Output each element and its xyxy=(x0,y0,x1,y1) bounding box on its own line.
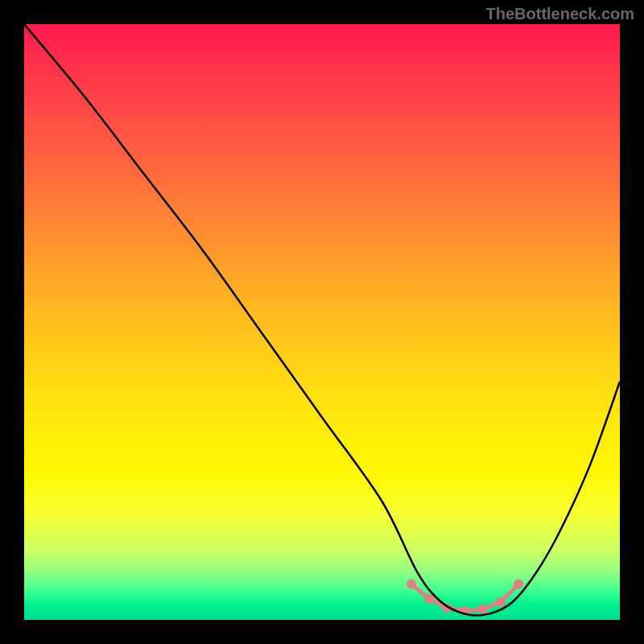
optimal-marker xyxy=(407,580,416,589)
optimal-marker xyxy=(514,580,523,589)
optimal-markers xyxy=(407,580,523,616)
optimal-marker xyxy=(478,605,488,614)
bottleneck-curve xyxy=(24,24,620,615)
chart-plot-area xyxy=(24,24,620,620)
optimal-marker xyxy=(424,594,434,604)
watermark-label: TheBottleneck.com xyxy=(486,5,634,23)
optimal-marker xyxy=(496,597,506,607)
chart-svg xyxy=(24,24,620,620)
